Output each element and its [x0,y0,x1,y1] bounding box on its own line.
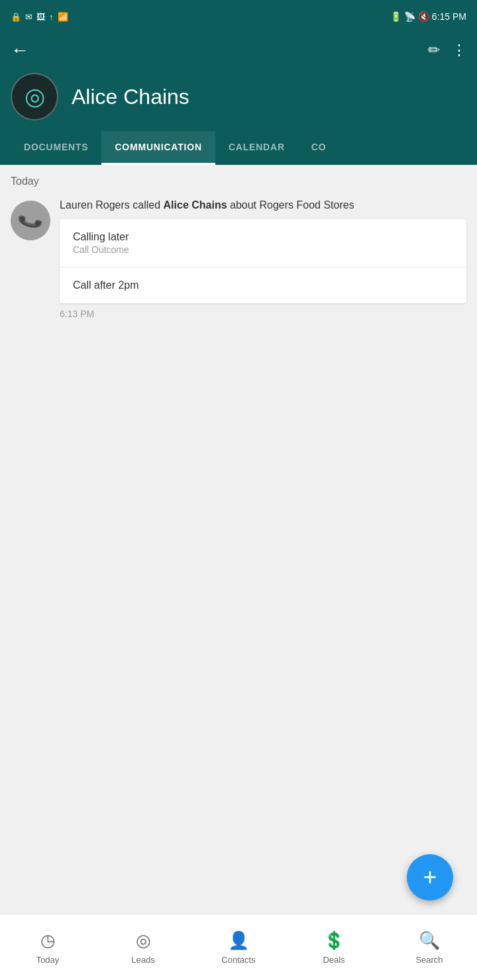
outcome-card: Calling later Call Outcome Call after 2p… [60,219,466,303]
image-icon: 🖼 [36,12,45,22]
avatar: ◎ [11,73,58,121]
communication-item: 📞 Lauren Rogers called Alice Chains abou… [11,198,466,319]
tab-calendar[interactable]: CALENDAR [215,131,298,165]
header-top: ← ✏ ⋮ [11,41,466,60]
outcome-item-1[interactable]: Calling later Call Outcome [60,219,466,268]
nav-item-contacts[interactable]: 👤 Contacts [191,914,286,980]
nav-label-contacts: Contacts [221,955,255,965]
header-icons: ✏ ⋮ [428,42,466,59]
edit-icon[interactable]: ✏ [428,42,440,59]
comm-message: Lauren Rogers called Alice Chains about … [60,198,466,213]
nav-item-deals[interactable]: 💲 Deals [286,914,382,980]
header-top-left: ← [11,41,29,60]
outcome-title-1: Calling later [73,231,453,243]
status-time: 6:15 PM [432,11,466,22]
more-options-icon[interactable]: ⋮ [452,42,466,59]
back-button[interactable]: ← [11,41,29,60]
contacts-icon: 👤 [228,930,249,951]
outcome-title-2: Call after 2pm [73,279,453,291]
battery-icon: 🔋 [390,11,401,22]
outcome-item-2[interactable]: Call after 2pm [60,268,466,303]
status-bar: 🔒 ✉ 🖼 ↑ 📶 🔋 📡 🔇 6:15 PM [0,0,477,33]
upload-icon: ↑ [49,12,54,22]
bottom-nav: ◷ Today ◎ Leads 👤 Contacts 💲 Deals 🔍 Sea… [0,914,477,980]
nav-label-deals: Deals [323,955,344,965]
nav-label-search: Search [415,955,443,965]
tab-documents[interactable]: DOCUMENTS [11,131,101,165]
search-icon: 🔍 [419,930,440,951]
mute-icon: 🔇 [418,11,429,22]
nav-item-leads[interactable]: ◎ Leads [95,914,191,980]
call-icon-circle: 📞 [11,201,50,240]
phone-icon: 📞 [16,207,44,235]
add-icon: + [423,865,437,889]
status-left: 🔒 ✉ 🖼 ↑ 📶 [11,12,68,22]
shield-icon: 🔒 [11,12,21,22]
mail-icon: ✉ [25,12,32,22]
avatar-icon: ◎ [25,83,45,111]
contact-info: ◎ Alice Chains [11,73,466,121]
today-icon: ◷ [40,930,56,951]
outcome-subtitle-1: Call Outcome [73,244,453,255]
nav-item-search[interactable]: 🔍 Search [382,914,477,980]
deals-icon: 💲 [323,930,344,951]
content-area: Today 📞 Lauren Rogers called Alice Chain… [0,165,477,761]
leads-icon: ◎ [136,930,151,951]
contact-name: Alice Chains [72,85,189,109]
header: ← ✏ ⋮ ◎ Alice Chains DOCUMENTS COMMUNICA… [0,33,477,165]
wifi-icon: 📶 [58,12,68,22]
nav-label-leads: Leads [131,955,154,965]
tab-co[interactable]: CO [298,131,340,165]
tabs: DOCUMENTS COMMUNICATION CALENDAR CO [11,131,466,165]
section-date: Today [11,175,466,187]
comm-content: Lauren Rogers called Alice Chains about … [60,198,466,319]
status-right: 🔋 📡 🔇 6:15 PM [390,11,466,22]
signal-icon: 📡 [404,11,415,22]
nav-label-today: Today [36,955,60,965]
nav-item-today[interactable]: ◷ Today [0,914,95,980]
add-button[interactable]: + [407,854,453,901]
comm-timestamp: 6:13 PM [60,309,466,319]
tab-communication[interactable]: COMMUNICATION [101,131,215,165]
